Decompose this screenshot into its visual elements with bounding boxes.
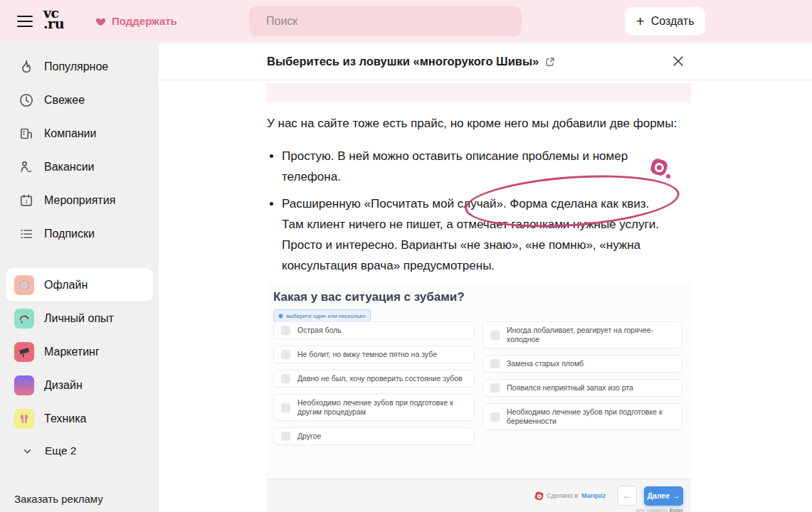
checkbox[interactable] xyxy=(281,432,290,441)
sidebar-item-marketing[interactable]: Маркетинг xyxy=(0,335,159,368)
quiz-option[interactable]: Не болит, но вижу темное пятно на зубе xyxy=(273,346,475,363)
sidebar-item-tech[interactable]: Техника xyxy=(0,402,159,435)
checkbox[interactable] xyxy=(281,326,290,335)
made-in-label: Сделано в xyxy=(547,492,578,499)
sidebar-item-personal-experience[interactable]: Личный опыт xyxy=(0,302,159,335)
sidebar-item-popular[interactable]: Популярное xyxy=(0,50,159,83)
sidebar-item-label: Компании xyxy=(44,127,97,140)
quiz-option[interactable]: Другое xyxy=(273,427,475,445)
svg-text:1: 1 xyxy=(25,198,28,204)
enter-hint-key: Enter xyxy=(670,507,683,512)
sidebar-item-subscriptions[interactable]: Подписки xyxy=(0,217,159,250)
checkbox[interactable] xyxy=(281,374,290,383)
gradient-icon xyxy=(14,375,34,395)
sidebar-item-jobs[interactable]: Вакансии xyxy=(0,150,159,183)
quiz-options-column-left: Острая боль Не болит, но вижу темное пят… xyxy=(273,321,475,445)
checkbox[interactable] xyxy=(490,359,500,368)
arrow-right-icon: → xyxy=(673,491,680,500)
sidebar-more-toggle[interactable]: Еще 2 xyxy=(0,435,159,466)
create-button-label: Создать xyxy=(651,15,695,28)
quiz-back-button[interactable]: ← xyxy=(617,486,637,506)
sidebar-item-companies[interactable]: Компании xyxy=(0,117,159,150)
enter-hint-prefix: или нажмите xyxy=(636,507,668,512)
enter-hint: или нажмите Enter xyxy=(636,507,683,512)
sidebar-more-label: Еще 2 xyxy=(45,444,76,457)
search-input[interactable] xyxy=(249,6,522,36)
plus-icon: + xyxy=(636,14,644,28)
external-link-icon[interactable] xyxy=(545,57,555,67)
close-icon[interactable] xyxy=(670,53,686,69)
checkbox[interactable] xyxy=(490,331,500,340)
sidebar-item-label: Маркетинг xyxy=(44,346,100,358)
order-ads-label: Заказать рекламу xyxy=(14,493,103,505)
marquiz-credit-link[interactable]: Сделано в Marquiz xyxy=(535,492,606,500)
sidebar-item-label: Техника xyxy=(44,412,86,425)
quiz-option[interactable]: Давно не был, хочу проверить состояние з… xyxy=(273,370,475,388)
sidebar-item-label: Подписки xyxy=(44,228,95,240)
article-title: Выберитесь из ловушки «многорукого Шивы» xyxy=(267,55,539,68)
quiz-embed: Какая у вас ситуация с зубами? выберите … xyxy=(267,282,691,512)
marquiz-logo-icon xyxy=(534,491,544,500)
billboard-icon xyxy=(14,342,34,362)
vcru-logo[interactable]: vc .ru xyxy=(43,8,64,29)
sidebar-item-label: Популярное xyxy=(44,60,108,73)
modal-header: Выберитесь из ловушки «многорукого Шивы» xyxy=(159,43,812,80)
quiz-option-label: Не болит, но вижу темное пятно на зубе xyxy=(297,350,437,359)
sidebar-item-label: Мероприятия xyxy=(44,194,115,207)
checkbox[interactable] xyxy=(490,383,500,393)
quiz-hint-badge: выберите один или несколько xyxy=(273,309,371,322)
quiz-option-label: Необходимо лечение зубов при подготовке … xyxy=(297,398,467,417)
hamburger-menu-icon[interactable] xyxy=(17,14,33,29)
checkbox[interactable] xyxy=(281,350,290,359)
quiz-hint-label: выберите один или несколько xyxy=(286,313,366,319)
clock-icon xyxy=(18,92,35,109)
checkbox[interactable] xyxy=(490,412,500,422)
gauge-icon xyxy=(14,309,34,329)
support-link[interactable]: Поддержать xyxy=(95,15,177,27)
quiz-option[interactable]: Иногда побаливает, реагирует на горячее-… xyxy=(483,321,682,348)
quiz-option[interactable]: Необходимо лечение зубов при подготовке … xyxy=(483,403,682,430)
modal-title-row: Выберитесь из ловушки «многорукого Шивы» xyxy=(267,55,555,68)
sidebar-item-fresh[interactable]: Свежее xyxy=(0,83,159,117)
article-body: У нас на сайте тоже есть прайс, но кроме… xyxy=(267,113,694,282)
calendar-icon: 1 xyxy=(18,192,35,209)
article-modal: Выберитесь из ловушки «многорукого Шивы»… xyxy=(159,43,812,512)
chevron-down-icon xyxy=(22,446,33,457)
annotation-marker-icon[interactable] xyxy=(651,159,668,176)
nut-icon xyxy=(14,275,34,295)
quiz-option[interactable]: Необходимо лечение зубов при подготовке … xyxy=(273,394,475,421)
article-bullet: Простую. В ней можно оставить описание п… xyxy=(282,146,667,187)
checkbox[interactable] xyxy=(281,403,290,412)
create-button[interactable]: + Создать xyxy=(625,7,705,36)
quiz-option-label: Замена старых пломб xyxy=(507,359,584,368)
topbar: vc .ru Поддержать + Создать xyxy=(0,0,812,43)
sidebar: Популярное Свежее Компании Вакансии xyxy=(0,43,159,512)
quiz-option-label: Иногда побаливает, реагирует на горячее-… xyxy=(507,326,675,344)
sidebar-item-label: Дизайн xyxy=(44,379,83,392)
sidebar-item-events[interactable]: 1 Мероприятия xyxy=(0,183,159,217)
quiz-option-label: Необходимо лечение зубов при подготовке … xyxy=(507,407,675,426)
sidebar-item-label: Вакансии xyxy=(44,161,95,174)
quiz-options-column-right: Иногда побаливает, реагирует на горячее-… xyxy=(483,321,682,430)
quiz-question: Какая у вас ситуация с зубами? xyxy=(273,290,465,304)
quiz-footer: Сделано в Marquiz ← Далее → или нажмите … xyxy=(267,479,691,512)
quiz-option[interactable]: Появился неприятный запах изо рта xyxy=(483,379,682,397)
marquiz-brand: Marquiz xyxy=(581,492,606,499)
sidebar-item-label: Офлайн xyxy=(44,279,88,292)
quiz-next-button[interactable]: Далее → xyxy=(644,486,683,506)
person-icon xyxy=(18,159,35,176)
article-bullet: Расширенную «Посчитать мой случай». Форм… xyxy=(282,193,667,276)
order-ads-link[interactable]: Заказать рекламу xyxy=(14,493,103,505)
sidebar-item-offline[interactable]: Офлайн xyxy=(6,268,153,302)
sidebar-item-design[interactable]: Дизайн xyxy=(0,368,159,402)
list-icon xyxy=(18,225,35,242)
embed-block-partial xyxy=(267,83,691,102)
support-label: Поддержать xyxy=(112,15,177,27)
quiz-next-label: Далее xyxy=(647,491,670,500)
earbuds-icon xyxy=(14,409,34,429)
building-icon xyxy=(18,125,35,142)
quiz-option-label: Давно не был, хочу проверить состояние з… xyxy=(297,374,463,383)
quiz-option[interactable]: Замена старых пломб xyxy=(483,355,682,373)
quiz-option[interactable]: Острая боль xyxy=(273,321,475,339)
sidebar-item-label: Личный опыт xyxy=(44,312,114,325)
